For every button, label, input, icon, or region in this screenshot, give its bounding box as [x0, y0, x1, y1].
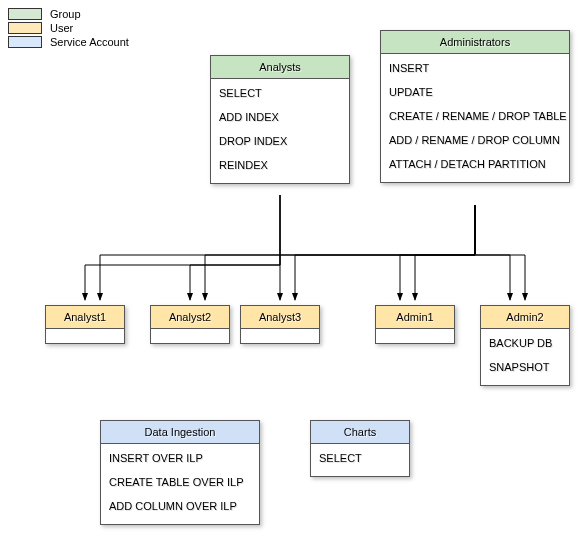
group-admins-body: INSERT UPDATE CREATE / RENAME / DROP TAB…: [381, 54, 569, 182]
legend-label-user: User: [50, 22, 73, 34]
perm: CREATE TABLE OVER ILP: [107, 472, 253, 496]
user-admin1: Admin1: [375, 305, 455, 344]
user-analyst3: Analyst3: [240, 305, 320, 344]
user-analyst1: Analyst1: [45, 305, 125, 344]
perm: SNAPSHOT: [487, 357, 563, 381]
legend-label-group: Group: [50, 8, 81, 20]
user-admin2-title: Admin2: [481, 306, 569, 329]
service-charts: Charts SELECT: [310, 420, 410, 477]
user-admin1-body: [376, 329, 454, 343]
legend: Group User Service Account: [8, 8, 129, 50]
perm: ATTACH / DETACH PARTITION: [387, 154, 563, 178]
perm: REINDEX: [217, 155, 343, 179]
service-ingestion-body: INSERT OVER ILP CREATE TABLE OVER ILP AD…: [101, 444, 259, 524]
perm: DROP INDEX: [217, 131, 343, 155]
legend-label-service: Service Account: [50, 36, 129, 48]
perm: ADD / RENAME / DROP COLUMN: [387, 130, 563, 154]
user-admin2: Admin2 BACKUP DB SNAPSHOT: [480, 305, 570, 386]
legend-swatch-user: [8, 22, 42, 34]
legend-swatch-group: [8, 8, 42, 20]
user-admin1-title: Admin1: [376, 306, 454, 329]
legend-swatch-service: [8, 36, 42, 48]
perm: UPDATE: [387, 82, 563, 106]
user-analyst2-body: [151, 329, 229, 343]
legend-row-service: Service Account: [8, 36, 129, 48]
legend-row-group: Group: [8, 8, 129, 20]
group-analysts: Analysts SELECT ADD INDEX DROP INDEX REI…: [210, 55, 350, 184]
user-analyst3-body: [241, 329, 319, 343]
service-ingestion: Data Ingestion INSERT OVER ILP CREATE TA…: [100, 420, 260, 525]
group-analysts-title: Analysts: [211, 56, 349, 79]
perm: CREATE / RENAME / DROP TABLE: [387, 106, 563, 130]
user-analyst2-title: Analyst2: [151, 306, 229, 329]
legend-row-user: User: [8, 22, 129, 34]
user-analyst1-body: [46, 329, 124, 343]
user-analyst2: Analyst2: [150, 305, 230, 344]
perm: BACKUP DB: [487, 333, 563, 357]
service-ingestion-title: Data Ingestion: [101, 421, 259, 444]
service-charts-title: Charts: [311, 421, 409, 444]
perm: SELECT: [317, 448, 403, 472]
perm: INSERT: [387, 58, 563, 82]
user-admin2-body: BACKUP DB SNAPSHOT: [481, 329, 569, 385]
user-analyst1-title: Analyst1: [46, 306, 124, 329]
perm: INSERT OVER ILP: [107, 448, 253, 472]
perm: ADD COLUMN OVER ILP: [107, 496, 253, 520]
service-charts-body: SELECT: [311, 444, 409, 476]
group-admins-title: Administrators: [381, 31, 569, 54]
perm: ADD INDEX: [217, 107, 343, 131]
group-admins: Administrators INSERT UPDATE CREATE / RE…: [380, 30, 570, 183]
perm: SELECT: [217, 83, 343, 107]
group-analysts-body: SELECT ADD INDEX DROP INDEX REINDEX: [211, 79, 349, 183]
user-analyst3-title: Analyst3: [241, 306, 319, 329]
